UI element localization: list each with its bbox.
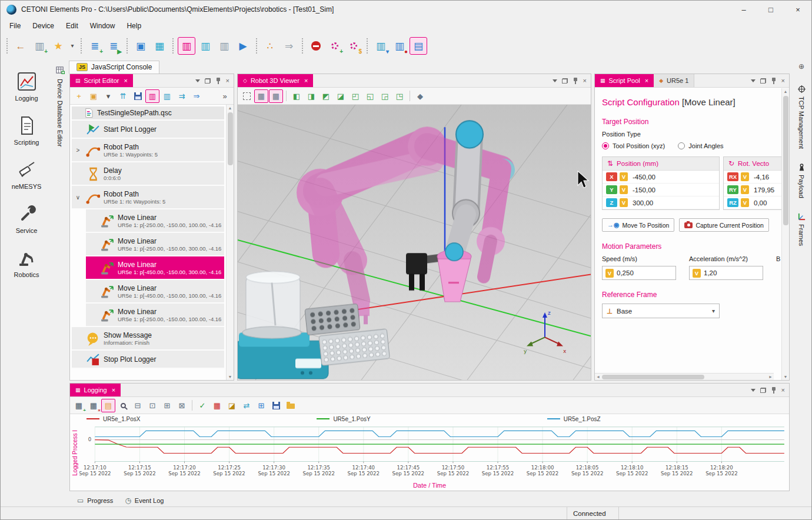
view-iso-button[interactable]: ◲	[378, 89, 392, 103]
sidebar-item-nemesys[interactable]: neMESYS	[3, 160, 50, 190]
tab-payload[interactable]: Payload	[797, 163, 806, 198]
tab-tcp-management[interactable]: TCP Management	[797, 85, 806, 149]
script-pool-toggle-button[interactable]: ▥	[197, 37, 214, 55]
menu-help[interactable]: Help	[121, 20, 147, 32]
run-from-here-button[interactable]: ⇒	[189, 89, 204, 103]
script-step-6-move-linear[interactable]: Move LinearUR5e 1: p[-250.00, -150.00, 3…	[86, 233, 224, 256]
back-button[interactable]: ←	[12, 37, 29, 55]
scale-auto-button[interactable]: ⊠	[175, 399, 189, 412]
view-left-button[interactable]: ◩	[319, 89, 333, 103]
view-home-button[interactable]: ◳	[392, 89, 407, 103]
move-to-position-button[interactable]: →◉ Move To Position	[602, 218, 674, 232]
script-pool-scrollbar[interactable]: ▲ ▼	[781, 88, 789, 380]
script-pool-hscrollbar[interactable]: ◄ ►	[595, 373, 774, 380]
tab-javascript-console[interactable]: JS JavaScript Console	[69, 61, 159, 74]
scroll-left-icon[interactable]: ◄	[596, 375, 600, 379]
tab-script-editor[interactable]: ▤ Script Editor ×	[70, 74, 133, 87]
perspective-cube-button[interactable]: ◆	[413, 89, 427, 103]
script-editor-toggle-button[interactable]: ▥	[178, 37, 195, 55]
toggle-perspective-grid-button[interactable]: ▦	[254, 89, 268, 103]
save-log-button[interactable]	[269, 399, 283, 412]
tab-script-pool[interactable]: ▦ Script Pool ×	[595, 74, 654, 87]
tab-ur5e-1[interactable]: ◆ UR5e 1	[654, 74, 694, 87]
scroll-up-icon[interactable]: ▲	[228, 106, 232, 110]
script-step-10-show-message[interactable]: Show MessageInformation: Finish	[72, 327, 224, 351]
rotation-value-rz[interactable]: 0,00	[754, 199, 767, 206]
move-step-button[interactable]: ⇈	[116, 89, 130, 103]
toolbar-overflow-button[interactable]: »	[218, 89, 232, 103]
script-step-4-robot-path[interactable]: ∨Robot PathUR5e 1: rtc Waypoints: 5	[72, 186, 224, 209]
capture-current-position-button[interactable]: Capture Current Position	[679, 218, 769, 232]
add-log-channel-button[interactable]: ▦+	[72, 399, 86, 412]
position-value-x[interactable]: -450,00	[633, 174, 655, 181]
close-window-button[interactable]: ×	[784, 1, 811, 18]
panel-float-icon[interactable]	[760, 388, 766, 393]
zoom-button[interactable]	[116, 399, 130, 412]
panel-pin-icon[interactable]	[573, 78, 578, 84]
speed-variable-badge[interactable]: V	[605, 269, 614, 278]
functions-dropdown[interactable]: ▾	[101, 89, 115, 103]
tab-frames[interactable]: Frames	[797, 212, 806, 246]
export-data-button[interactable]: ⇄	[239, 399, 254, 412]
reference-frame-dropdown[interactable]: ⊥ Base ▾	[602, 304, 720, 318]
minimize-button[interactable]: –	[730, 1, 757, 18]
speed-input[interactable]: V 0,250	[602, 266, 676, 280]
run-selection-button[interactable]: ▥	[160, 89, 174, 103]
variable-badge[interactable]: V	[620, 198, 628, 207]
notes-button[interactable]: ▤	[101, 399, 115, 412]
show-plot-panel-button[interactable]: ▦	[151, 37, 168, 55]
logging-chart-svg[interactable]: 12:17:10Sep 15 202212:17:15Sep 15 202212…	[79, 424, 789, 482]
tab-device-database-editor[interactable]: Device Database Editor	[52, 59, 68, 506]
position-value-y[interactable]: -150,00	[633, 186, 655, 194]
view-right-button[interactable]: ◪	[334, 89, 348, 103]
panel-close-icon[interactable]: ×	[781, 77, 785, 84]
sidebar-item-service[interactable]: Service	[3, 204, 50, 234]
panel-dropdown-icon[interactable]	[195, 79, 200, 82]
close-icon[interactable]: ×	[304, 77, 308, 84]
panel-float-icon[interactable]	[205, 78, 211, 84]
scroll-right-icon[interactable]: ►	[768, 375, 773, 379]
add-dosing-unit-button[interactable]: +	[326, 37, 344, 55]
view-back-button[interactable]: ◨	[304, 89, 318, 103]
save-script-button[interactable]	[131, 89, 145, 103]
close-icon[interactable]: ×	[112, 386, 115, 394]
scroll-up-icon[interactable]: ▲	[784, 89, 788, 94]
expander-expanded-icon[interactable]: ∨	[74, 194, 82, 201]
add-to-process-list-button[interactable]: ≣+	[86, 37, 104, 55]
maximize-button[interactable]: □	[757, 1, 784, 18]
panel-close-icon[interactable]: ×	[226, 77, 229, 84]
variable-badge[interactable]: V	[620, 172, 628, 181]
toggle-floor-grid-button[interactable]: ▦	[269, 89, 283, 103]
scroll-down-icon[interactable]: ▼	[228, 375, 232, 379]
variable-badge[interactable]: V	[741, 172, 749, 181]
close-icon[interactable]: ×	[124, 77, 127, 84]
device-wizard-dropdown[interactable]: ▾	[68, 37, 76, 55]
panel-dropdown-icon[interactable]	[751, 389, 756, 392]
scale-x-button[interactable]: ⊟	[131, 399, 145, 412]
scale-fit-button[interactable]: ⊞	[160, 399, 174, 412]
clear-data-button[interactable]: ▦	[210, 399, 224, 412]
scrollbar-thumb[interactable]	[228, 112, 233, 165]
close-all-views-button[interactable]: ▥●	[391, 37, 408, 55]
step-over-button[interactable]: ⇉	[175, 89, 189, 103]
scrollbar-thumb[interactable]	[783, 96, 788, 225]
show-device-panel-button[interactable]: ▣	[132, 37, 149, 55]
event-log-button[interactable]: ◷Event Log	[120, 494, 168, 507]
scroll-down-icon[interactable]: ▼	[784, 375, 788, 379]
script-step-3-delay[interactable]: Delay0:0:6:0	[72, 162, 224, 186]
rail-expand-button[interactable]: ⊕	[798, 62, 804, 71]
continue-script-button[interactable]: ⇒	[280, 37, 298, 55]
variable-badge[interactable]: V	[741, 185, 749, 194]
script-step-9-move-linear[interactable]: Move LinearUR5e 1: p[-250.00, -150.00, 1…	[86, 304, 224, 327]
radio-tool-position[interactable]	[602, 142, 609, 149]
rotation-value-ry[interactable]: 179,95	[754, 186, 774, 194]
variable-badge[interactable]: V	[620, 185, 628, 194]
new-script-function-button[interactable]: +	[72, 89, 86, 103]
run-script-button[interactable]: ▶	[234, 37, 252, 55]
script-import-button[interactable]: ▥	[215, 37, 233, 55]
table-view-button[interactable]: ⊞	[254, 399, 268, 412]
open-log-button[interactable]	[284, 399, 298, 412]
panel-dropdown-icon[interactable]	[553, 79, 557, 82]
panel-float-icon[interactable]	[562, 78, 568, 84]
expander-collapsed-icon[interactable]: >	[74, 147, 82, 154]
